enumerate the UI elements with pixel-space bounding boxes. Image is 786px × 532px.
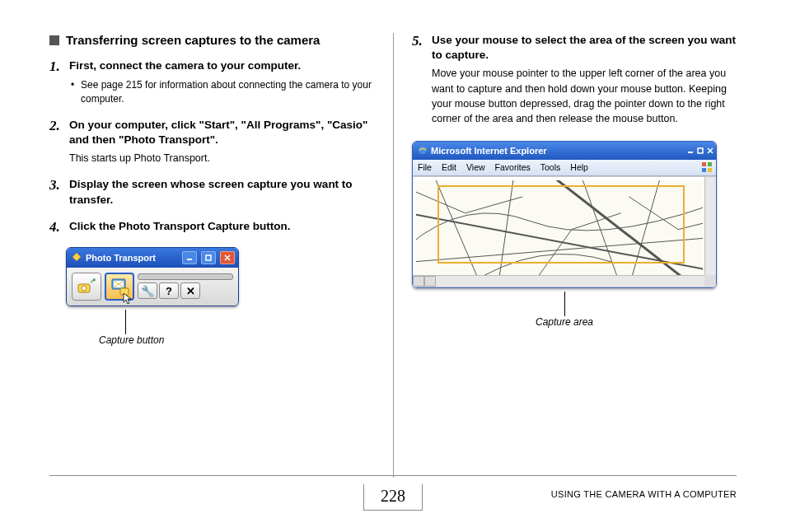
steps-list-left: 1. First, connect the camera to your com… bbox=[49, 58, 378, 236]
step-3: 3. Display the screen whose screen captu… bbox=[49, 177, 378, 207]
menu-file[interactable]: File bbox=[418, 162, 432, 172]
svg-rect-11 bbox=[702, 162, 706, 166]
window-title: Photo Transport bbox=[86, 253, 178, 263]
page-footer: 228 USING THE CAMERA WITH A COMPUTER bbox=[49, 475, 737, 511]
svg-rect-10 bbox=[698, 148, 703, 153]
maximize-icon[interactable] bbox=[697, 146, 704, 156]
diamond-icon bbox=[72, 252, 82, 264]
step-description: This starts up Photo Transport. bbox=[69, 151, 378, 166]
wrench-icon: 🔧 bbox=[141, 285, 154, 297]
ie-icon bbox=[418, 145, 428, 156]
step-number: 1. bbox=[49, 58, 63, 75]
step-description: Move your mouse pointer to the upper lef… bbox=[432, 66, 737, 126]
right-column: 5. Use your mouse to select the area of … bbox=[393, 33, 737, 478]
step-number: 4. bbox=[49, 219, 63, 236]
capture-button[interactable] bbox=[105, 273, 134, 301]
svg-rect-9 bbox=[688, 152, 693, 153]
step-number: 3. bbox=[49, 177, 63, 194]
step-2: 2. On your computer, click "Start", "All… bbox=[49, 118, 378, 166]
page-number: 228 bbox=[363, 484, 423, 511]
horizontal-scrollbar[interactable] bbox=[413, 275, 704, 287]
ie-figure: Microsoft Internet Explorer File Edit Vi… bbox=[412, 141, 737, 328]
exit-button[interactable]: ✕ bbox=[180, 282, 200, 299]
menu-edit[interactable]: Edit bbox=[442, 162, 456, 172]
menu-help[interactable]: Help bbox=[570, 162, 588, 172]
svg-rect-1 bbox=[187, 259, 192, 260]
capture-selection-rect bbox=[437, 185, 685, 264]
steps-list-right: 5. Use your mouse to select the area of … bbox=[412, 33, 737, 126]
page-body: Transferring screen captures to the came… bbox=[49, 33, 737, 478]
cursor-icon bbox=[123, 292, 133, 306]
ie-menubar: File Edit View Favorites Tools Help bbox=[413, 160, 716, 176]
step-title: Display the screen whose screen capture … bbox=[69, 177, 378, 207]
minimize-icon[interactable] bbox=[182, 251, 197, 264]
photo-transport-window: Photo Transport bbox=[66, 247, 239, 306]
step-title: Use your mouse to select the area of the… bbox=[432, 33, 737, 63]
x-icon: ✕ bbox=[186, 285, 195, 297]
scrollbar-corner bbox=[704, 275, 716, 287]
vertical-scrollbar[interactable] bbox=[704, 177, 716, 275]
svg-marker-0 bbox=[73, 253, 81, 261]
step-bullet: See page 215 for information about conne… bbox=[69, 78, 378, 106]
settings-button[interactable]: 🔧 bbox=[138, 282, 157, 299]
photo-transport-toolbar: 🔧 ? ✕ bbox=[67, 268, 238, 306]
callout-label: Capture button bbox=[99, 334, 239, 346]
windows-logo-icon bbox=[701, 161, 713, 173]
minimize-icon[interactable] bbox=[687, 146, 694, 156]
svg-rect-2 bbox=[206, 255, 211, 260]
progress-bar bbox=[138, 273, 233, 280]
svg-rect-12 bbox=[708, 162, 712, 166]
left-column: Transferring screen captures to the came… bbox=[49, 33, 393, 478]
menu-tools[interactable]: Tools bbox=[540, 162, 561, 172]
step-title: First, connect the camera to your comput… bbox=[69, 58, 378, 73]
help-button[interactable]: ? bbox=[159, 282, 179, 299]
step-1: 1. First, connect the camera to your com… bbox=[49, 58, 378, 106]
square-bullet-icon bbox=[49, 35, 59, 45]
step-title: Click the Photo Transport Capture button… bbox=[69, 219, 378, 234]
photo-transport-figure: Photo Transport bbox=[66, 247, 378, 346]
photo-transport-titlebar: Photo Transport bbox=[67, 248, 238, 268]
step-title: On your computer, click "Start", "All Pr… bbox=[69, 118, 378, 147]
menu-favorites[interactable]: Favorites bbox=[495, 162, 531, 172]
camera-transfer-button[interactable] bbox=[72, 273, 101, 301]
close-icon[interactable] bbox=[220, 251, 235, 264]
svg-rect-13 bbox=[702, 168, 706, 172]
footer-section-label: USING THE CAMERA WITH A COMPUTER bbox=[551, 489, 737, 499]
section-title: Transferring screen captures to the came… bbox=[66, 33, 320, 47]
callout-label: Capture area bbox=[412, 316, 717, 328]
svg-point-4 bbox=[82, 286, 87, 291]
capture-button-callout: Capture button bbox=[66, 310, 239, 346]
svg-rect-14 bbox=[708, 168, 712, 172]
menu-view[interactable]: View bbox=[466, 162, 485, 172]
step-number: 5. bbox=[412, 33, 425, 49]
ie-content bbox=[413, 176, 716, 287]
maximize-icon[interactable] bbox=[201, 251, 216, 264]
capture-area-callout: Capture area bbox=[412, 292, 717, 328]
step-5: 5. Use your mouse to select the area of … bbox=[412, 33, 737, 126]
step-4: 4. Click the Photo Transport Capture but… bbox=[49, 219, 378, 236]
window-title: Microsoft Internet Explorer bbox=[431, 146, 684, 156]
section-heading: Transferring screen captures to the came… bbox=[49, 33, 378, 47]
ie-window: Microsoft Internet Explorer File Edit Vi… bbox=[412, 141, 717, 288]
ie-titlebar: Microsoft Internet Explorer bbox=[413, 142, 716, 160]
help-icon: ? bbox=[166, 285, 172, 297]
step-number: 2. bbox=[49, 118, 63, 134]
close-icon[interactable] bbox=[707, 146, 713, 156]
